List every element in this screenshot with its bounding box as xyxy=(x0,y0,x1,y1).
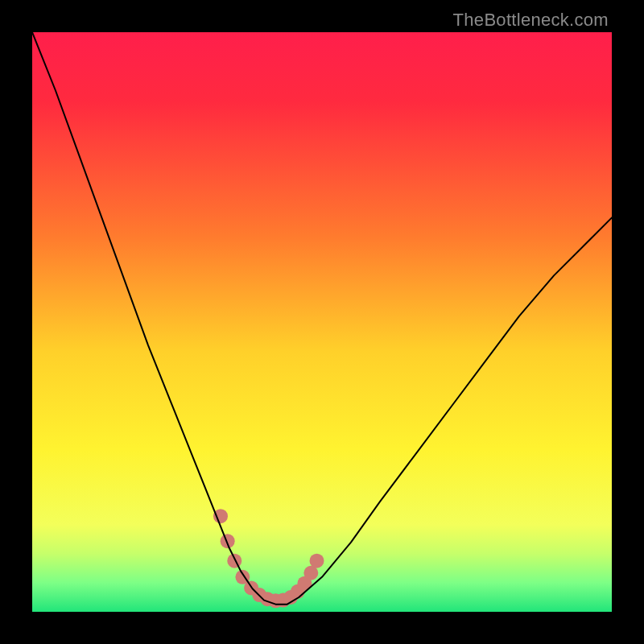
plot-area xyxy=(32,32,612,612)
watermark-text: TheBottleneck.com xyxy=(453,10,609,31)
gradient-background xyxy=(32,32,612,612)
highlight-dot xyxy=(310,554,324,568)
highlight-dot xyxy=(213,509,228,523)
highlight-dot xyxy=(227,554,242,568)
highlight-dot xyxy=(221,534,235,548)
chart-frame: TheBottleneck.com xyxy=(0,0,644,644)
chart-svg xyxy=(32,32,612,612)
